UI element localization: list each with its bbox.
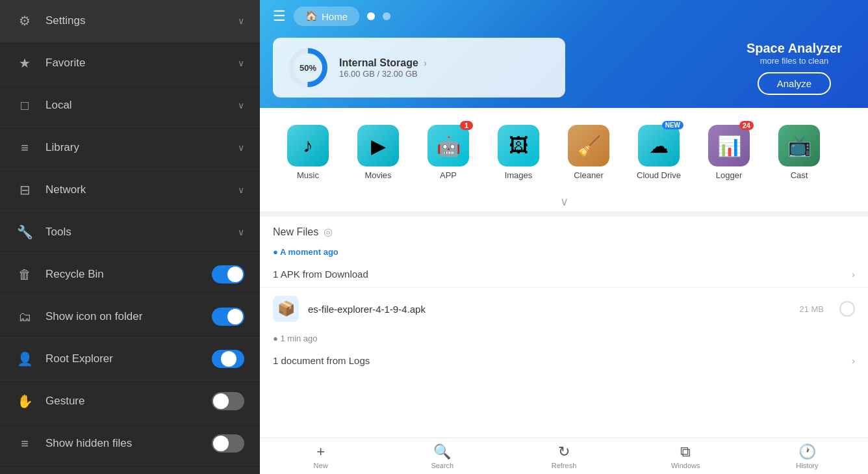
library-icon: ≡ — [16, 138, 34, 157]
storage-percent: 50% — [300, 63, 316, 73]
recycle-bin-toggle[interactable] — [212, 265, 244, 283]
app-item-app[interactable]: 🤖1APP — [416, 118, 481, 187]
new-files-header: New Files ◎ — [260, 217, 868, 243]
local-chevron-icon: ∨ — [238, 100, 244, 111]
apk-file-icon: 📦 — [273, 296, 299, 322]
bottom-search[interactable]: 🔍Search — [381, 443, 503, 469]
topbar: ☰ 🏠 Home — [260, 0, 868, 33]
bottom-new[interactable]: +New — [260, 443, 381, 469]
file-group-apk[interactable]: 1 APK from Download › — [260, 261, 868, 287]
sidebar-item-network[interactable]: ⊟Network∨ — [0, 169, 260, 211]
app-label: APP — [440, 170, 457, 180]
sidebar-item-root-explorer[interactable]: 👤Root Explorer — [0, 338, 260, 380]
time-group-1: A moment ago — [260, 243, 868, 261]
chevron-right-logs-icon: › — [852, 355, 855, 366]
home-label: Home — [322, 11, 348, 22]
storage-arrow: › — [424, 58, 427, 68]
cast-icon: 📺 — [778, 125, 820, 166]
settings-label: Settings — [45, 14, 238, 27]
logger-badge: 24 — [739, 121, 754, 130]
sidebar-item-favorite[interactable]: ★Favorite∨ — [0, 42, 260, 85]
windows-bottom-label: Windows — [671, 462, 700, 469]
app-item-cloud-drive[interactable]: ☁NEWCloud Drive — [626, 118, 691, 187]
root-explorer-toggle[interactable] — [212, 350, 244, 368]
file-entry-apk[interactable]: 📦 es-file-explorer-4-1-9-4.apk 21 MB — [260, 287, 868, 330]
favorite-label: Favorite — [45, 57, 238, 70]
tools-icon: 🔧 — [16, 223, 34, 241]
sidebar-item-recycle-bin[interactable]: 🗑Recycle Bin — [0, 254, 260, 296]
refresh-bottom-label: Refresh — [552, 462, 577, 469]
history-bottom-label: History — [796, 462, 818, 469]
new-files-title: New Files — [273, 226, 318, 238]
app-item-cast[interactable]: 📺Cast — [767, 118, 832, 187]
cast-icon-wrapper: 📺 — [778, 125, 820, 166]
network-icon: ⊟ — [16, 181, 34, 199]
storage-card[interactable]: 50% Internal Storage › 16.00 GB / 32.00 … — [273, 38, 565, 98]
sidebar-item-tools[interactable]: 🔧Tools∨ — [0, 211, 260, 254]
menu-icon[interactable]: ☰ — [273, 8, 286, 25]
windows-bottom-icon: ⧉ — [680, 443, 691, 460]
app-badge: 1 — [460, 121, 473, 130]
sidebar-item-gesture[interactable]: ✋Gesture — [0, 380, 260, 423]
breadcrumb-dot-2 — [383, 12, 390, 20]
logger-icon: 📊 — [708, 125, 750, 166]
new-bottom-label: New — [314, 462, 328, 469]
favorite-icon: ★ — [16, 54, 34, 72]
cleaner-icon: 🧹 — [568, 125, 609, 166]
settings-icon: ⚙ — [16, 12, 34, 30]
cleaner-icon-wrapper: 🧹 — [568, 125, 609, 166]
app-item-logger[interactable]: 📊24Logger — [696, 118, 761, 187]
root-explorer-toggle-knob — [221, 351, 236, 367]
local-label: Local — [45, 99, 238, 112]
show-hidden-toggle-knob — [213, 436, 229, 451]
show-icon-toggle[interactable] — [212, 308, 244, 326]
app-icon-wrapper: 🤖1 — [428, 125, 469, 166]
sidebar-item-library[interactable]: ≡Library∨ — [0, 127, 260, 169]
home-button[interactable]: 🏠 Home — [294, 7, 359, 26]
bottom-history[interactable]: 🕐History — [747, 443, 868, 469]
analyzer-title: Space Analyzer — [747, 41, 842, 56]
storage-capacity: 16.00 GB / 32.00 GB — [339, 69, 427, 79]
scroll-indicator: ∨ — [260, 192, 868, 211]
library-label: Library — [45, 141, 238, 154]
movies-icon: ▶ — [357, 125, 399, 166]
file-group-logs[interactable]: 1 document from Logs › — [260, 347, 868, 374]
analyze-button[interactable]: Analyze — [758, 72, 831, 95]
show-hidden-icon: ≡ — [16, 434, 34, 453]
header: ☰ 🏠 Home 50% Internal Storage — [260, 0, 868, 108]
app-item-music[interactable]: ♪Music — [275, 118, 340, 187]
apk-file-checkbox[interactable] — [839, 301, 855, 317]
apk-file-name: es-file-explorer-4-1-9-4.apk — [308, 304, 790, 315]
sidebar-item-settings[interactable]: ⚙Settings∨ — [0, 0, 260, 42]
cloud-drive-icon-wrapper: ☁NEW — [638, 125, 680, 166]
bottom-refresh[interactable]: ↻Refresh — [503, 443, 624, 469]
show-icon-label: Show icon on folder — [45, 310, 212, 323]
content-area: ♪Music▶Movies🤖1APP🖼Images🧹Cleaner☁NEWClo… — [260, 108, 868, 438]
favorite-chevron-icon: ∨ — [238, 58, 244, 68]
show-icon-toggle-knob — [227, 309, 243, 324]
refresh-bottom-icon: ↻ — [558, 443, 570, 460]
show-hidden-label: Show hidden files — [45, 437, 212, 450]
space-analyzer: Space Analyzer more files to clean Analy… — [747, 41, 842, 95]
new-bottom-icon: + — [316, 443, 325, 460]
gesture-label: Gesture — [45, 395, 212, 408]
sidebar-item-show-icon[interactable]: 🗂Show icon on folder — [0, 296, 260, 338]
app-item-images[interactable]: 🖼Images — [486, 118, 551, 187]
sidebar-item-local[interactable]: □Local∨ — [0, 85, 260, 127]
sidebar: ⚙Settings∨★Favorite∨□Local∨≡Library∨⊟Net… — [0, 0, 260, 474]
storage-pie-chart: 50% — [288, 48, 327, 87]
recycle-bin-toggle-knob — [227, 267, 243, 282]
network-label: Network — [45, 183, 238, 196]
storage-title: Internal Storage › — [339, 57, 427, 69]
show-hidden-toggle[interactable] — [212, 434, 244, 453]
cast-label: Cast — [791, 170, 808, 180]
app-item-movies[interactable]: ▶Movies — [346, 118, 411, 187]
apk-file-size: 21 MB — [799, 304, 824, 314]
bottom-windows[interactable]: ⧉Windows — [625, 443, 747, 469]
music-icon-wrapper: ♪ — [287, 125, 329, 166]
analyzer-subtitle: more files to clean — [747, 56, 842, 66]
sidebar-item-show-hidden[interactable]: ≡Show hidden files — [0, 423, 260, 465]
gesture-toggle[interactable] — [212, 392, 244, 410]
cloud-drive-badge-new: NEW — [662, 121, 683, 129]
app-item-cleaner[interactable]: 🧹Cleaner — [556, 118, 621, 187]
